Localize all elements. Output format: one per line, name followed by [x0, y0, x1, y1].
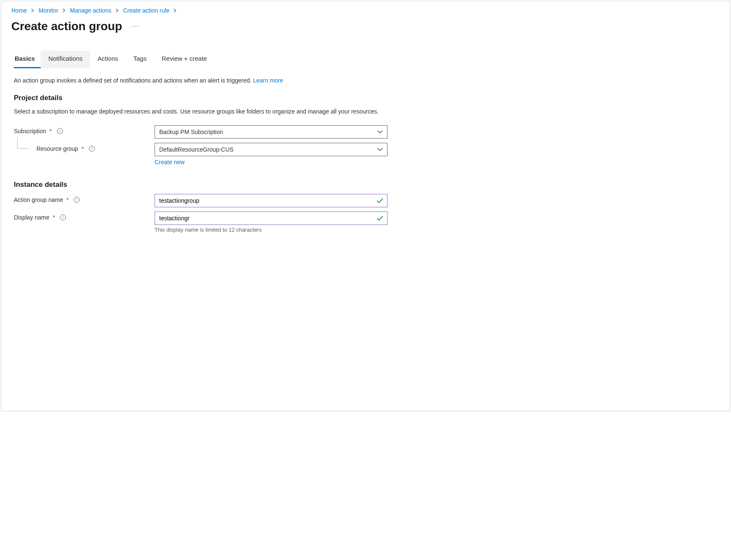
intro-text: An action group invokes a defined set of… — [14, 76, 391, 85]
chevron-down-icon — [377, 130, 383, 134]
info-icon[interactable]: i — [57, 128, 63, 134]
tree-elbow-icon — [17, 137, 29, 149]
action-group-name-input[interactable] — [155, 194, 387, 207]
page-title: Create action group — [11, 20, 122, 33]
tab-tags[interactable]: Tags — [126, 51, 154, 68]
resource-group-value: DefaultResourceGroup-CUS — [159, 146, 233, 153]
checkmark-icon — [377, 215, 383, 221]
required-asterisk: * — [53, 214, 55, 221]
subscription-value: Backup PM Subscription — [159, 129, 223, 135]
tab-review-create[interactable]: Review + create — [154, 51, 214, 68]
display-name-input[interactable] — [155, 212, 387, 225]
info-icon[interactable]: i — [74, 197, 80, 203]
display-name-helper: This display name is limited to 12 chara… — [155, 227, 387, 233]
info-icon[interactable]: i — [60, 214, 66, 220]
subscription-label: Subscription — [14, 128, 46, 134]
tabs: Basics Notifications Actions Tags Review… — [14, 51, 720, 69]
intro-text-body: An action group invokes a defined set of… — [14, 77, 253, 84]
required-asterisk: * — [82, 145, 84, 152]
action-group-name-label: Action group name — [14, 196, 63, 203]
breadcrumb-home[interactable]: Home — [11, 7, 27, 14]
project-details-heading: Project details — [14, 94, 720, 102]
learn-more-link[interactable]: Learn more — [253, 77, 283, 84]
breadcrumb-monitor[interactable]: Monitor — [39, 7, 58, 14]
tab-basics[interactable]: Basics — [14, 51, 41, 68]
required-asterisk: * — [49, 128, 52, 134]
display-name-label: Display name — [14, 214, 49, 221]
chevron-right-icon — [31, 8, 34, 13]
breadcrumb-manage-actions[interactable]: Manage actions — [70, 7, 111, 14]
create-new-link[interactable]: Create new — [155, 159, 185, 165]
checkmark-icon — [377, 198, 383, 204]
tab-actions[interactable]: Actions — [90, 51, 126, 68]
chevron-down-icon — [377, 147, 383, 152]
chevron-right-icon — [116, 8, 119, 13]
breadcrumb-create-action-rule[interactable]: Create action rule — [123, 7, 170, 14]
instance-details-heading: Instance details — [14, 181, 720, 189]
resource-group-select[interactable]: DefaultResourceGroup-CUS — [155, 143, 387, 156]
more-actions-icon[interactable]: ··· — [129, 21, 141, 32]
subscription-select[interactable]: Backup PM Subscription — [155, 125, 387, 139]
required-asterisk: * — [67, 196, 69, 203]
chevron-right-icon — [173, 8, 177, 13]
tab-notifications[interactable]: Notifications — [41, 51, 90, 68]
project-details-desc: Select a subscription to manage deployed… — [14, 107, 391, 116]
chevron-right-icon — [62, 8, 66, 13]
breadcrumb: Home Monitor Manage actions Create actio… — [11, 7, 720, 14]
resource-group-label: Resource group — [36, 145, 78, 152]
info-icon[interactable]: i — [89, 146, 95, 152]
